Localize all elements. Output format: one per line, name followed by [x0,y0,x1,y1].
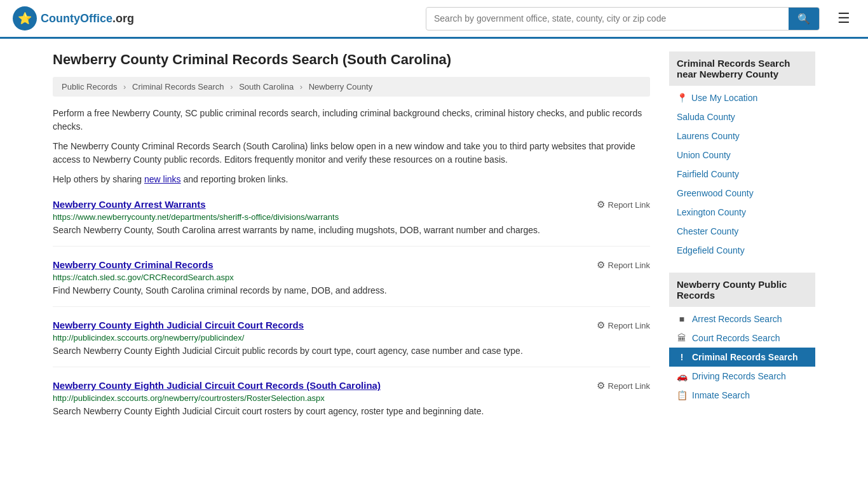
pr-icon-1: 🏛 [677,333,687,343]
record-title-3[interactable]: Newberry County Eighth Judicial Circuit … [53,380,381,391]
pr-label-3: Driving Records Search [692,371,786,381]
record-url-2[interactable]: http://publicindex.sccourts.org/newberry… [53,333,650,342]
record-desc-2: Search Newberry County Eighth Judicial C… [53,344,650,358]
pin-icon: 📍 [677,93,688,103]
main-container: Newberry County Criminal Records Search … [34,39,834,440]
nearby-county-4[interactable]: Greenwood County [669,184,815,203]
nearby-section-title: Criminal Records Search near Newberry Co… [669,51,815,86]
public-records-list: ■Arrest Records Search🏛Court Records Sea… [669,309,815,405]
nearby-counties-list: Saluda CountyLaurens CountyUnion CountyF… [669,107,815,260]
report-link-label-1: Report Link [608,261,650,270]
page-title: Newberry County Criminal Records Search … [53,51,650,68]
search-button[interactable]: 🔍 [789,8,819,30]
nearby-county-5[interactable]: Lexington County [669,203,815,222]
public-record-item-4[interactable]: 📋Inmate Search [669,386,815,405]
nearby-county-3[interactable]: Fairfield County [669,165,815,184]
logo-icon: ⭐ [13,6,37,30]
pr-icon-2: ! [677,352,687,362]
intro-p3-suffix: and reporting broken links. [181,174,288,184]
bc-sep-3: › [300,82,302,92]
report-icon-3: ⚙ [597,380,605,391]
use-location-button[interactable]: 📍 Use My Location [669,88,815,107]
intro-p3-prefix: Help others by sharing [53,174,144,184]
public-record-item-0[interactable]: ■Arrest Records Search [669,309,815,329]
logo-text: CountyOffice.org [41,12,134,25]
public-record-item-3[interactable]: 🚗Driving Records Search [669,367,815,386]
nearby-county-7[interactable]: Edgefield County [669,241,815,260]
record-title-1[interactable]: Newberry County Criminal Records [53,259,214,270]
public-record-item-1[interactable]: 🏛Court Records Search [669,329,815,348]
intro-paragraph-2: The Newberry County Criminal Records Sea… [53,140,650,166]
report-link-btn-1[interactable]: ⚙ Report Link [597,259,650,271]
breadcrumb-public-records[interactable]: Public Records [62,82,117,92]
report-link-label-2: Report Link [608,321,650,330]
report-icon-0: ⚙ [597,199,605,210]
record-item: Newberry County Arrest Warrants ⚙ Report… [53,199,650,247]
search-input[interactable] [426,8,789,29]
new-links-link[interactable]: new links [144,174,181,184]
use-location-label: Use My Location [691,93,757,103]
record-url-0[interactable]: https://www.newberrycounty.net/departmen… [53,212,650,222]
report-link-btn-2[interactable]: ⚙ Report Link [597,320,650,331]
pr-label-1: Court Records Search [692,333,780,343]
pr-icon-3: 🚗 [677,371,687,381]
record-desc-3: Search Newberry County Eighth Judicial C… [53,405,650,418]
records-list: Newberry County Arrest Warrants ⚙ Report… [53,199,650,427]
sidebar: Criminal Records Search near Newberry Co… [669,51,815,427]
search-bar: 🔍 [426,7,820,30]
record-item: Newberry County Eighth Judicial Circuit … [53,380,650,427]
report-link-label-0: Report Link [608,200,650,210]
logo[interactable]: ⭐ CountyOffice.org [13,6,134,30]
report-link-label-3: Report Link [608,381,650,391]
record-desc-0: Search Newberry County, South Carolina a… [53,224,650,237]
record-title-2[interactable]: Newberry County Eighth Judicial Circuit … [53,320,304,330]
report-icon-1: ⚙ [597,259,605,271]
public-record-item-2[interactable]: !Criminal Records Search [669,348,815,367]
intro-paragraph-3: Help others by sharing new links and rep… [53,173,650,186]
record-url-3[interactable]: http://publicindex.sccourts.org/newberry… [53,393,650,403]
nearby-county-0[interactable]: Saluda County [669,107,815,126]
pr-icon-0: ■ [677,314,687,324]
pr-icon-4: 📋 [677,390,687,400]
pr-label-2: Criminal Records Search [692,352,798,362]
nearby-county-6[interactable]: Chester County [669,222,815,241]
breadcrumb-newberry-county[interactable]: Newberry County [309,82,372,92]
record-title-0[interactable]: Newberry County Arrest Warrants [53,199,206,210]
intro-paragraph-1: Perform a free Newberry County, SC publi… [53,107,650,133]
report-link-btn-3[interactable]: ⚙ Report Link [597,380,650,391]
report-link-btn-0[interactable]: ⚙ Report Link [597,199,650,210]
nearby-county-1[interactable]: Laurens County [669,126,815,146]
bc-sep-1: › [123,82,126,92]
public-records-section-title: Newberry County Public Records [669,273,815,307]
menu-button[interactable]: ☰ [832,8,855,29]
header: ⭐ CountyOffice.org 🔍 ☰ [0,0,868,39]
breadcrumb-south-carolina[interactable]: South Carolina [239,82,294,92]
record-url-1[interactable]: https://catch.sled.sc.gov/CRCRecordSearc… [53,273,650,282]
nearby-county-2[interactable]: Union County [669,146,815,165]
record-desc-1: Find Newberry County, South Carolina cri… [53,284,650,297]
report-icon-2: ⚙ [597,320,605,331]
pr-label-0: Arrest Records Search [692,314,782,324]
content-area: Newberry County Criminal Records Search … [53,51,650,427]
public-records-section: Newberry County Public Records ■Arrest R… [669,273,815,405]
record-item: Newberry County Criminal Records ⚙ Repor… [53,259,650,307]
breadcrumb-criminal-records-search[interactable]: Criminal Records Search [132,82,224,92]
pr-label-4: Inmate Search [692,390,750,400]
bc-sep-2: › [230,82,233,92]
breadcrumb: Public Records › Criminal Records Search… [53,77,650,97]
nearby-section: Criminal Records Search near Newberry Co… [669,51,815,260]
record-item: Newberry County Eighth Judicial Circuit … [53,320,650,367]
